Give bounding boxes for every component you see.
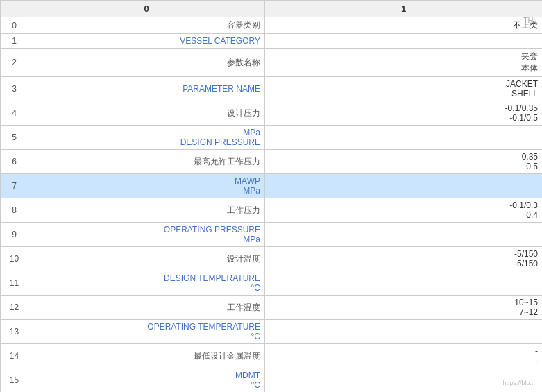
row-index: 0 bbox=[1, 17, 28, 34]
table-row: 2参数名称夹套本体 bbox=[1, 49, 543, 77]
row-index: 4 bbox=[1, 101, 28, 126]
row-main: 最高允许工作压力 bbox=[28, 150, 265, 174]
row-value bbox=[265, 320, 543, 344]
table-body: 0容器类别不上类1VESSEL CATEGORY2参数名称夹套本体3PARAME… bbox=[1, 17, 543, 393]
row-value: 0.350.5 bbox=[265, 150, 543, 174]
row-value: -0.1/0.35-0.1/0.5 bbox=[265, 101, 543, 126]
row-main: 参数名称 bbox=[28, 49, 265, 77]
table-row: 1VESSEL CATEGORY bbox=[1, 34, 543, 49]
row-index: 2 bbox=[1, 49, 28, 77]
table-row: 11DESIGN TEMPERATURE°C bbox=[1, 271, 543, 296]
row-value bbox=[265, 174, 543, 198]
row-index: 3 bbox=[1, 77, 28, 101]
row-value bbox=[265, 271, 543, 296]
row-main: OPERATING TEMPERATURE°C bbox=[28, 320, 265, 344]
table-row: 7MAWPMPa bbox=[1, 174, 543, 198]
row-value: -0.1/0.30.4 bbox=[265, 198, 543, 223]
row-index: 7 bbox=[1, 174, 28, 198]
row-value bbox=[265, 34, 543, 49]
table-row: 4设计压力-0.1/0.35-0.1/0.5 bbox=[1, 101, 543, 126]
row-index: 6 bbox=[1, 150, 28, 174]
row-main: 设计压力 bbox=[28, 101, 265, 126]
row-index: 10 bbox=[1, 247, 28, 271]
row-value: 夹套本体 bbox=[265, 49, 543, 77]
row-main: VESSEL CATEGORY bbox=[28, 34, 265, 49]
row-main: MDMT°C bbox=[28, 368, 265, 393]
table-row: 14最低设计金属温度-- bbox=[1, 344, 543, 368]
table-row: 15MDMT°C bbox=[1, 368, 543, 393]
data-table: 0 1 0容器类别不上类1VESSEL CATEGORY2参数名称夹套本体3PA… bbox=[0, 0, 542, 392]
row-main: MAWPMPa bbox=[28, 174, 265, 198]
row-index: 9 bbox=[1, 223, 28, 247]
table-row: 10设计温度-5/150-5/150 bbox=[1, 247, 543, 271]
row-value: -5/150-5/150 bbox=[265, 247, 543, 271]
table-header: 0 1 bbox=[1, 1, 543, 17]
table-row: 13OPERATING TEMPERATURE°C bbox=[1, 320, 543, 344]
row-value bbox=[265, 126, 543, 150]
table-row: 0容器类别不上类 bbox=[1, 17, 543, 34]
row-value: JACKETSHELL bbox=[265, 77, 543, 101]
row-main: 工作温度 bbox=[28, 296, 265, 320]
table-row: 12工作温度10~157~12 bbox=[1, 296, 543, 320]
watermark: https://blo... bbox=[502, 380, 535, 386]
table-row: 3PARAMETER NAMEJACKETSHELL bbox=[1, 77, 543, 101]
row-index: 11 bbox=[1, 271, 28, 296]
row-main: 工作压力 bbox=[28, 198, 265, 223]
table-row: 5MPaDESIGN PRESSURE bbox=[1, 126, 543, 150]
header-index bbox=[1, 1, 28, 17]
table-row: 8工作压力-0.1/0.30.4 bbox=[1, 198, 543, 223]
row-value: 不上类 bbox=[265, 17, 543, 34]
row-index: 14 bbox=[1, 344, 28, 368]
row-index: 13 bbox=[1, 320, 28, 344]
row-main: OPERATING PRESSUREMPa bbox=[28, 223, 265, 247]
row-value bbox=[265, 223, 543, 247]
top-right-text: THi bbox=[523, 16, 535, 24]
row-main: PARAMETER NAME bbox=[28, 77, 265, 101]
row-main: MPaDESIGN PRESSURE bbox=[28, 126, 265, 150]
main-container: 0 1 0容器类别不上类1VESSEL CATEGORY2参数名称夹套本体3PA… bbox=[0, 0, 542, 392]
row-index: 12 bbox=[1, 296, 28, 320]
header-col1: 1 bbox=[265, 1, 543, 17]
row-index: 8 bbox=[1, 198, 28, 223]
row-index: 1 bbox=[1, 34, 28, 49]
row-value: 10~157~12 bbox=[265, 296, 543, 320]
table-row: 9OPERATING PRESSUREMPa bbox=[1, 223, 543, 247]
row-index: 15 bbox=[1, 368, 28, 393]
table-row: 6最高允许工作压力0.350.5 bbox=[1, 150, 543, 174]
row-main: 最低设计金属温度 bbox=[28, 344, 265, 368]
row-index: 5 bbox=[1, 126, 28, 150]
row-main: DESIGN TEMPERATURE°C bbox=[28, 271, 265, 296]
row-value: -- bbox=[265, 344, 543, 368]
row-main: 容器类别 bbox=[28, 17, 265, 34]
row-main: 设计温度 bbox=[28, 247, 265, 271]
header-col0: 0 bbox=[28, 1, 265, 17]
row-value bbox=[265, 368, 543, 393]
